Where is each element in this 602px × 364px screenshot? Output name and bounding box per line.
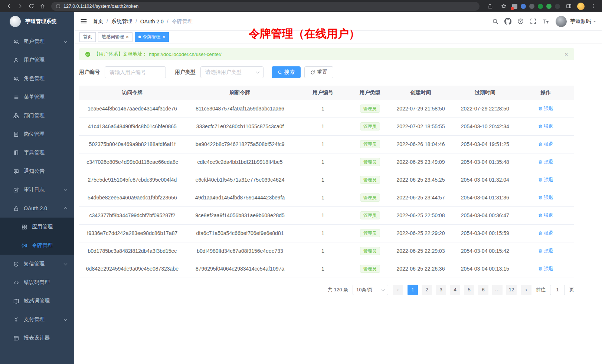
- extension-icon-3[interactable]: [529, 4, 534, 9]
- browser-back-button[interactable]: [4, 1, 14, 11]
- refresh-token-cell: cdfc4ce9c2da4bb1bdf21b9918ff4be5: [186, 153, 294, 171]
- sidebar-item-dict[interactable]: 字典管理: [0, 143, 74, 162]
- app-logo[interactable]: 芋道管理系统: [0, 12, 74, 31]
- browser-address-bar[interactable]: 127.0.0.1:1024/system/oauth2/token: [51, 2, 480, 11]
- browser-profile-avatar[interactable]: [577, 3, 585, 10]
- user-id-label: 用户编号: [79, 69, 100, 76]
- browser-forward-button[interactable]: [15, 1, 25, 11]
- github-button[interactable]: [501, 14, 514, 29]
- extension-icon-4[interactable]: [538, 4, 543, 9]
- user-avatar[interactable]: [556, 16, 567, 27]
- page-button[interactable]: 12: [506, 285, 517, 295]
- table-column-header: 创建时间: [389, 86, 453, 100]
- force-logout-button[interactable]: 强退: [538, 212, 553, 219]
- expire-time-cell: 2054-03-04 19:51:25: [453, 135, 517, 153]
- user-menu-caret-icon[interactable]: [593, 21, 596, 24]
- tab-close-icon[interactable]: [126, 34, 129, 39]
- alert-doc-link[interactable]: https://doc.iocoder.cn/user-center/: [149, 52, 222, 57]
- prev-page-button[interactable]: ‹: [393, 285, 403, 295]
- alert-close-icon[interactable]: [565, 51, 568, 57]
- docs-help-button[interactable]: [514, 14, 527, 29]
- sidebar-item-tenant[interactable]: 租户管理: [0, 32, 74, 51]
- sidebar-item-pay[interactable]: 支付管理: [0, 310, 74, 329]
- user-type-cell: 管理员: [351, 118, 389, 135]
- page-button[interactable]: 5: [464, 285, 474, 295]
- force-logout-button[interactable]: 强退: [538, 141, 553, 148]
- home-icon: [40, 3, 45, 9]
- browser-reload-button[interactable]: [26, 1, 36, 11]
- user-id-cell: 1: [294, 224, 351, 242]
- expire-time-cell: 2054-03-04 00:15:42: [453, 242, 517, 260]
- page-button[interactable]: 1: [408, 285, 418, 295]
- tab-close-icon[interactable]: [163, 34, 166, 39]
- sidebar-item-notice[interactable]: 通知公告: [0, 162, 74, 181]
- breadcrumb-item[interactable]: OAuth 2.0: [132, 19, 164, 24]
- back-arrow-icon: [6, 3, 12, 9]
- page-goto-input[interactable]: [550, 285, 565, 295]
- browser-menu-button[interactable]: [588, 1, 598, 11]
- sidebar-item-oauth2-token[interactable]: 令牌管理: [0, 236, 74, 255]
- breadcrumb-item[interactable]: 令牌管理: [164, 18, 193, 25]
- force-logout-button[interactable]: 强退: [538, 194, 553, 201]
- sidebar-item-sms[interactable]: 短信管理: [0, 255, 74, 273]
- sidebar-item-error-code[interactable]: 错误码管理: [0, 273, 74, 292]
- page-button[interactable]: 4: [450, 285, 460, 295]
- search-button[interactable]: [489, 14, 501, 29]
- user-type-select[interactable]: 请选择用户类型: [200, 66, 264, 78]
- force-logout-button[interactable]: 强退: [538, 265, 553, 272]
- reset-button[interactable]: 重置: [304, 66, 333, 78]
- sidebar-item-report-designer[interactable]: 报表设计器: [0, 329, 74, 347]
- force-logout-button[interactable]: 强退: [538, 123, 553, 130]
- bookmark-button[interactable]: [498, 1, 509, 11]
- breadcrumb-item[interactable]: 首页: [93, 18, 103, 25]
- sidebar-item-menu[interactable]: 菜单管理: [0, 88, 74, 106]
- table-row: f9336e7c7dd242a283ee98dc86b17a87 dfa6c71…: [79, 224, 574, 242]
- sidebar-item-dept[interactable]: 部门管理: [0, 106, 74, 125]
- user-id-cell: 1: [294, 189, 351, 206]
- side-panel-button[interactable]: [563, 1, 574, 11]
- next-page-button[interactable]: ›: [521, 285, 531, 295]
- font-size-button[interactable]: [539, 14, 552, 29]
- extension-icon-1[interactable]: [512, 4, 517, 9]
- force-logout-button[interactable]: 强退: [538, 248, 553, 254]
- force-logout-button[interactable]: 强退: [538, 230, 553, 236]
- pagination: 共 120 条 10条/页 ‹ 123456···12 › 前往 页: [79, 285, 574, 295]
- sidebar-item-post[interactable]: 岗位管理: [0, 125, 74, 143]
- page-button[interactable]: 3: [436, 285, 446, 295]
- user-name[interactable]: 芋道源码: [570, 18, 591, 25]
- tab-home[interactable]: 首页: [79, 32, 96, 42]
- tab-sensitive-word[interactable]: 敏感词管理: [98, 32, 132, 42]
- filter-bar: 用户编号 用户类型 请选择用户类型 搜索 重置: [79, 66, 574, 78]
- page-button[interactable]: 6: [478, 285, 488, 295]
- extension-icon-2[interactable]: [521, 4, 526, 9]
- user-id-input[interactable]: [105, 66, 166, 78]
- breadcrumb-item[interactable]: 系统管理: [103, 18, 132, 25]
- force-logout-button[interactable]: 强退: [538, 159, 553, 165]
- refresh-icon: [310, 70, 315, 75]
- sidebar-item-user[interactable]: 用户管理: [0, 51, 74, 69]
- force-logout-button[interactable]: 强退: [538, 105, 553, 112]
- share-button[interactable]: [485, 1, 495, 11]
- force-logout-button[interactable]: 强退: [538, 176, 553, 183]
- sidebar-item-audit-log[interactable]: 审计日志: [0, 181, 74, 199]
- trash-icon: [538, 267, 543, 271]
- fullscreen-button[interactable]: [527, 14, 539, 29]
- extension-icon-6[interactable]: [555, 4, 560, 9]
- page-button[interactable]: ···: [492, 285, 503, 295]
- extension-icon-5[interactable]: [546, 4, 552, 9]
- page-size-select[interactable]: 10条/页: [353, 285, 388, 295]
- search-submit-button[interactable]: 搜索: [272, 66, 301, 78]
- sidebar-item-oauth2[interactable]: OAuth 2.0: [0, 199, 74, 218]
- sidebar-item-label: 岗位管理: [24, 131, 45, 138]
- tab-token[interactable]: 令牌管理: [135, 32, 169, 42]
- site-info-icon[interactable]: [56, 4, 60, 9]
- sidebar-item-sensitive-word[interactable]: 敏感词管理: [0, 292, 74, 310]
- sidebar-item-oauth2-app[interactable]: 应用管理: [0, 218, 74, 236]
- browser-home-button[interactable]: [37, 1, 48, 11]
- table-row: c342377bf8b344799dcbf7bf095287f2 9ce8ef2…: [79, 206, 574, 224]
- page-button[interactable]: 2: [422, 285, 432, 295]
- sidebar-toggle-icon[interactable]: [80, 18, 87, 25]
- user-type-cell: 管理员: [351, 206, 389, 224]
- refresh-token-cell: 333ecfc71e02480cb11055c875c3ca0f: [186, 118, 294, 135]
- sidebar-item-role[interactable]: 角色管理: [0, 69, 74, 88]
